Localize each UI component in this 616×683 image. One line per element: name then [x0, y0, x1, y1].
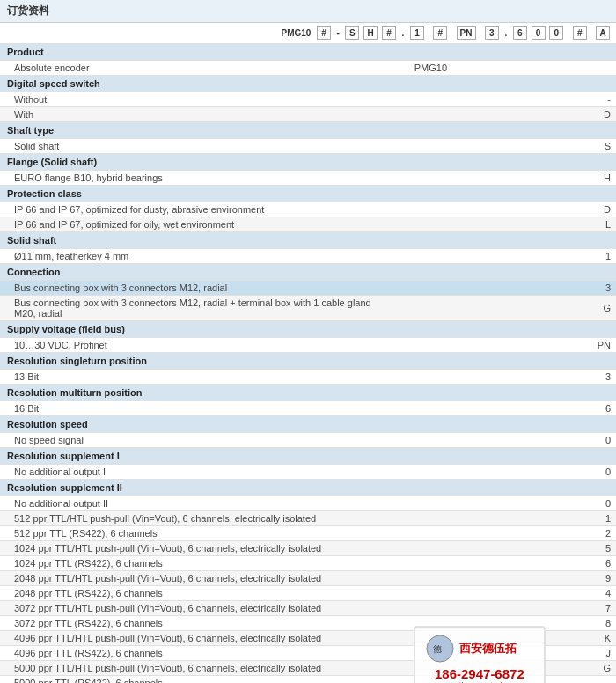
item-2048-push-pull-value: [400, 571, 583, 586]
item-1024-rs422: 1024 ppr TTL (RS422), 6 channels 6: [0, 556, 616, 571]
item-512-push-pull-value: [400, 511, 583, 526]
item-5000-push-pull-code: G: [583, 661, 616, 676]
item-euro-flange-value: [400, 171, 583, 186]
item-with: With D: [0, 107, 616, 122]
item-solid-shaft-value: [400, 139, 583, 154]
codes-header-row: PMG10 # - S H # . 1 # PN 3 . 6: [0, 23, 616, 44]
section-supply-label: Supply voltage (field bus): [0, 321, 583, 338]
item-16bit-label: 16 Bit: [0, 401, 400, 416]
header-codes: PMG10 # - S H # . 1 # PN 3 . 6: [282, 28, 611, 38]
item-13bit-label: 13 Bit: [0, 370, 400, 385]
code-a: A: [596, 26, 610, 40]
watermark: 德 西安德伍拓 186-2947-6872 www.motion-control…: [414, 626, 546, 683]
item-3072-push-pull-label: 3072 ppr TTL/HTL push-pull (Vin=Vout), 6…: [0, 601, 400, 616]
code-hash-4: #: [573, 26, 587, 40]
item-3072-push-pull-code: 7: [583, 601, 616, 616]
section-shaft-code: [583, 122, 616, 139]
codes-header-label: [0, 23, 276, 44]
section-flange-header: Flange (Solid shaft): [0, 154, 616, 171]
item-512-rs422-code: 2: [583, 526, 616, 541]
code-hash-3: #: [433, 26, 447, 40]
header-title: 订货资料: [7, 4, 49, 17]
item-with-label: With: [0, 107, 400, 122]
code-0-2: 0: [549, 26, 563, 40]
item-1024-push-pull-code: 5: [583, 541, 616, 556]
item-ip-oily-label: IP 66 and IP 67, optimized for oily, wet…: [0, 217, 400, 232]
code-3: 3: [485, 26, 499, 40]
item-euro-flange-label: EURO flange B10, hybrid bearings: [0, 171, 400, 186]
section-flange-label: Flange (Solid shaft): [0, 154, 583, 171]
svg-text:德: 德: [433, 644, 442, 654]
item-2048-push-pull-label: 2048 ppr TTL/HTL push-pull (Vin=Vout), 6…: [0, 571, 400, 586]
item-11mm-code: 1: [583, 249, 616, 264]
item-11mm: Ø11 mm, featherkey 4 mm 1: [0, 249, 616, 264]
item-1024-rs422-label: 1024 ppr TTL (RS422), 6 channels: [0, 556, 400, 571]
item-no-add-output-ii-label: No additional output II: [0, 496, 400, 511]
item-no-add-output-ii-code: 0: [583, 496, 616, 511]
code-hash-1: #: [317, 26, 331, 40]
section-singleturn-code: [583, 353, 616, 370]
item-ip-dusty-label: IP 66 and IP 67, optimized for dusty, ab…: [0, 202, 400, 217]
section-supp1-label: Resolution supplement I: [0, 448, 583, 465]
order-table: PMG10 # - S H # . 1 # PN 3 . 6: [0, 23, 616, 44]
item-no-speed: No speed signal 0: [0, 433, 616, 448]
item-1024-rs422-code: 6: [583, 556, 616, 571]
watermark-company: 西安德伍拓: [459, 641, 517, 657]
item-11mm-value: [400, 249, 583, 264]
item-solid-shaft-label: Solid shaft: [0, 139, 400, 154]
code-h: H: [363, 26, 378, 40]
item-4096-push-pull-code: K: [583, 631, 616, 646]
item-13bit-code: 3: [583, 370, 616, 385]
item-3072-rs422-code: 8: [583, 616, 616, 631]
item-euro-flange-code: H: [583, 171, 616, 186]
item-16bit-value: [400, 401, 583, 416]
section-supply-header: Supply voltage (field bus): [0, 321, 616, 338]
watermark-logo-icon: 德: [426, 635, 454, 663]
item-absolute-encoder-code: [583, 61, 616, 76]
section-speed-header: Resolution speed: [0, 416, 616, 433]
section-supp2-code: [583, 480, 616, 496]
item-1024-push-pull-value: [400, 541, 583, 556]
section-connection-header: Connection: [0, 264, 616, 281]
item-no-add-output-i-label: No additional output I: [0, 465, 400, 480]
item-512-rs422: 512 ppr TTL (RS422), 6 channels 2: [0, 526, 616, 541]
item-5000-rs422-code: [583, 676, 616, 684]
section-shaft-header: Shaft type: [0, 122, 616, 139]
item-solid-shaft-code: S: [583, 139, 616, 154]
section-multiturn-header: Resolution multiturn position: [0, 385, 616, 401]
section-speed-label: Resolution speed: [0, 416, 583, 433]
item-4096-rs422-code: J: [583, 646, 616, 661]
code-hash-2: #: [382, 26, 396, 40]
item-ip-dusty-value: [400, 202, 583, 217]
section-multiturn-label: Resolution multiturn position: [0, 385, 583, 401]
item-1024-push-pull-label: 1024 ppr TTL/HTL push-pull (Vin=Vout), 6…: [0, 541, 400, 556]
header-bar: 订货资料: [0, 0, 616, 23]
section-digital-speed-code: [583, 76, 616, 92]
item-ip-oily: IP 66 and IP 67, optimized for oily, wet…: [0, 217, 616, 232]
item-512-rs422-value: [400, 526, 583, 541]
item-euro-flange: EURO flange B10, hybrid bearings H: [0, 171, 616, 186]
item-profinet-label: 10…30 VDC, Profinet: [0, 338, 400, 353]
code-6: 6: [513, 26, 527, 40]
item-ip-oily-code: L: [583, 217, 616, 232]
item-4096-push-pull-label: 4096 ppr TTL/HTL push-pull (Vin=Vout), 6…: [0, 631, 400, 646]
code-s: S: [345, 26, 359, 40]
item-2048-rs422-label: 2048 ppr TTL (RS422), 6 channels: [0, 586, 400, 601]
item-no-speed-label: No speed signal: [0, 433, 400, 448]
item-without: Without -: [0, 92, 616, 107]
item-3072-push-pull-value: [400, 601, 583, 616]
watermark-phone: 186-2947-6872: [426, 666, 533, 681]
page-wrapper: 订货资料 PMG10 # - S H # . 1 #: [0, 0, 616, 683]
section-protection-code: [583, 186, 616, 202]
item-5000-push-pull-label: 5000 ppr TTL/HTL push-pull (Vin=Vout), 6…: [0, 661, 400, 676]
item-2048-rs422-value: [400, 586, 583, 601]
code-pn: PN: [457, 26, 476, 40]
section-supply-code: [583, 321, 616, 338]
section-supp1-header: Resolution supplement I: [0, 448, 616, 465]
item-1024-push-pull: 1024 ppr TTL/HTL push-pull (Vin=Vout), 6…: [0, 541, 616, 556]
section-product-label: Product: [0, 44, 583, 61]
item-13bit-value: [400, 370, 583, 385]
section-multiturn-code: [583, 385, 616, 401]
item-no-add-output-i-code: 0: [583, 465, 616, 480]
item-2048-rs422-code: 4: [583, 586, 616, 601]
